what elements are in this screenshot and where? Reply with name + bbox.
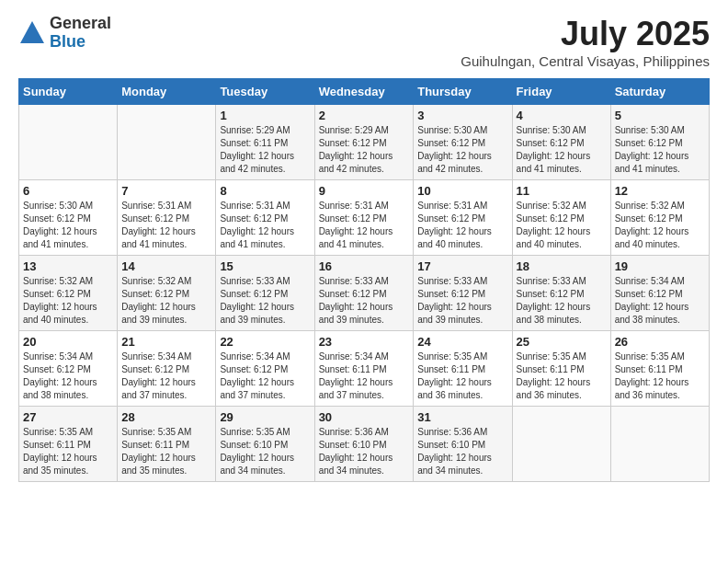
title-section: July 2025 Guihulngan, Central Visayas, P… [461, 15, 710, 69]
days-of-week-row: SundayMondayTuesdayWednesdayThursdayFrid… [19, 79, 710, 105]
calendar-cell: 8Sunrise: 5:31 AM Sunset: 6:12 PM Daylig… [216, 180, 314, 256]
day-number: 15 [220, 259, 310, 273]
calendar-cell: 16Sunrise: 5:33 AM Sunset: 6:12 PM Dayli… [314, 256, 414, 331]
day-number: 16 [319, 259, 410, 273]
day-number: 23 [319, 335, 410, 349]
calendar-cell: 3Sunrise: 5:30 AM Sunset: 6:12 PM Daylig… [414, 105, 512, 180]
day-number: 9 [319, 184, 410, 198]
day-number: 25 [517, 335, 607, 349]
calendar-cell: 19Sunrise: 5:34 AM Sunset: 6:12 PM Dayli… [610, 256, 709, 331]
calendar-cell: 22Sunrise: 5:34 AM Sunset: 6:12 PM Dayli… [216, 331, 314, 407]
day-info: Sunrise: 5:33 AM Sunset: 6:12 PM Dayligh… [319, 275, 410, 327]
calendar-cell [118, 105, 216, 180]
calendar-cell [19, 105, 118, 180]
day-info: Sunrise: 5:30 AM Sunset: 6:12 PM Dayligh… [417, 124, 507, 176]
calendar-cell: 5Sunrise: 5:30 AM Sunset: 6:12 PM Daylig… [610, 105, 709, 180]
calendar-cell [610, 407, 709, 482]
day-number: 14 [121, 259, 211, 273]
calendar-header: SundayMondayTuesdayWednesdayThursdayFrid… [19, 79, 710, 105]
calendar-cell: 2Sunrise: 5:29 AM Sunset: 6:12 PM Daylig… [314, 105, 414, 180]
calendar-cell: 4Sunrise: 5:30 AM Sunset: 6:12 PM Daylig… [512, 105, 610, 180]
day-info: Sunrise: 5:34 AM Sunset: 6:12 PM Dayligh… [220, 350, 310, 402]
calendar-week-row: 6Sunrise: 5:30 AM Sunset: 6:12 PM Daylig… [19, 180, 710, 256]
day-info: Sunrise: 5:33 AM Sunset: 6:12 PM Dayligh… [220, 275, 310, 327]
calendar-cell: 18Sunrise: 5:33 AM Sunset: 6:12 PM Dayli… [512, 256, 610, 331]
day-number: 27 [23, 410, 113, 424]
logo-blue: Blue [50, 33, 111, 52]
day-of-week-header: Tuesday [216, 79, 314, 105]
calendar-week-row: 20Sunrise: 5:34 AM Sunset: 6:12 PM Dayli… [19, 331, 710, 407]
day-info: Sunrise: 5:31 AM Sunset: 6:12 PM Dayligh… [220, 200, 310, 251]
day-info: Sunrise: 5:29 AM Sunset: 6:11 PM Dayligh… [220, 124, 310, 176]
calendar-cell: 14Sunrise: 5:32 AM Sunset: 6:12 PM Dayli… [118, 256, 216, 331]
day-info: Sunrise: 5:35 AM Sunset: 6:11 PM Dayligh… [121, 426, 211, 477]
day-info: Sunrise: 5:33 AM Sunset: 6:12 PM Dayligh… [517, 275, 607, 327]
day-info: Sunrise: 5:31 AM Sunset: 6:12 PM Dayligh… [121, 200, 211, 251]
day-of-week-header: Wednesday [314, 79, 414, 105]
day-number: 8 [220, 184, 310, 198]
calendar-cell: 12Sunrise: 5:32 AM Sunset: 6:12 PM Dayli… [610, 180, 709, 256]
calendar-cell: 29Sunrise: 5:35 AM Sunset: 6:10 PM Dayli… [216, 407, 314, 482]
day-info: Sunrise: 5:33 AM Sunset: 6:12 PM Dayligh… [417, 275, 507, 327]
calendar-cell [512, 407, 610, 482]
day-info: Sunrise: 5:35 AM Sunset: 6:11 PM Dayligh… [417, 350, 507, 402]
calendar-cell: 13Sunrise: 5:32 AM Sunset: 6:12 PM Dayli… [19, 256, 118, 331]
day-info: Sunrise: 5:35 AM Sunset: 6:11 PM Dayligh… [517, 350, 607, 402]
day-info: Sunrise: 5:35 AM Sunset: 6:11 PM Dayligh… [23, 426, 113, 477]
day-info: Sunrise: 5:30 AM Sunset: 6:12 PM Dayligh… [517, 124, 607, 176]
calendar-cell: 9Sunrise: 5:31 AM Sunset: 6:12 PM Daylig… [314, 180, 414, 256]
calendar-table: SundayMondayTuesdayWednesdayThursdayFrid… [18, 78, 710, 482]
logo: General Blue [18, 15, 111, 52]
day-of-week-header: Saturday [610, 79, 709, 105]
day-number: 5 [615, 109, 705, 122]
location-subtitle: Guihulngan, Central Visayas, Philippines [461, 53, 710, 69]
calendar-week-row: 1Sunrise: 5:29 AM Sunset: 6:11 PM Daylig… [19, 105, 710, 180]
day-info: Sunrise: 5:32 AM Sunset: 6:12 PM Dayligh… [615, 200, 705, 251]
calendar-cell: 11Sunrise: 5:32 AM Sunset: 6:12 PM Dayli… [512, 180, 610, 256]
day-number: 13 [23, 259, 113, 273]
day-info: Sunrise: 5:31 AM Sunset: 6:12 PM Dayligh… [319, 200, 410, 251]
day-info: Sunrise: 5:36 AM Sunset: 6:10 PM Dayligh… [319, 426, 410, 477]
calendar-cell: 27Sunrise: 5:35 AM Sunset: 6:11 PM Dayli… [19, 407, 118, 482]
day-number: 4 [517, 109, 607, 122]
day-number: 11 [517, 184, 607, 198]
logo-text: General Blue [50, 15, 111, 52]
day-number: 17 [417, 259, 507, 273]
calendar-cell: 6Sunrise: 5:30 AM Sunset: 6:12 PM Daylig… [19, 180, 118, 256]
day-info: Sunrise: 5:30 AM Sunset: 6:12 PM Dayligh… [615, 124, 705, 176]
calendar-cell: 23Sunrise: 5:34 AM Sunset: 6:11 PM Dayli… [314, 331, 414, 407]
day-number: 29 [220, 410, 310, 424]
calendar-week-row: 13Sunrise: 5:32 AM Sunset: 6:12 PM Dayli… [19, 256, 710, 331]
calendar-cell: 1Sunrise: 5:29 AM Sunset: 6:11 PM Daylig… [216, 105, 314, 180]
month-year-title: July 2025 [461, 15, 710, 53]
calendar-cell: 30Sunrise: 5:36 AM Sunset: 6:10 PM Dayli… [314, 407, 414, 482]
day-info: Sunrise: 5:34 AM Sunset: 6:12 PM Dayligh… [615, 275, 705, 327]
calendar-cell: 26Sunrise: 5:35 AM Sunset: 6:11 PM Dayli… [610, 331, 709, 407]
day-number: 1 [220, 109, 310, 122]
day-info: Sunrise: 5:34 AM Sunset: 6:12 PM Dayligh… [121, 350, 211, 402]
calendar-cell: 21Sunrise: 5:34 AM Sunset: 6:12 PM Dayli… [118, 331, 216, 407]
day-info: Sunrise: 5:36 AM Sunset: 6:10 PM Dayligh… [417, 426, 507, 477]
day-info: Sunrise: 5:35 AM Sunset: 6:10 PM Dayligh… [220, 426, 310, 477]
day-info: Sunrise: 5:32 AM Sunset: 6:12 PM Dayligh… [517, 200, 607, 251]
calendar-cell: 25Sunrise: 5:35 AM Sunset: 6:11 PM Dayli… [512, 331, 610, 407]
calendar-cell: 17Sunrise: 5:33 AM Sunset: 6:12 PM Dayli… [414, 256, 512, 331]
day-info: Sunrise: 5:34 AM Sunset: 6:11 PM Dayligh… [319, 350, 410, 402]
logo-icon [18, 19, 46, 47]
calendar-cell: 20Sunrise: 5:34 AM Sunset: 6:12 PM Dayli… [19, 331, 118, 407]
day-number: 7 [121, 184, 211, 198]
day-number: 24 [417, 335, 507, 349]
day-number: 31 [417, 410, 507, 424]
day-of-week-header: Sunday [19, 79, 118, 105]
day-info: Sunrise: 5:29 AM Sunset: 6:12 PM Dayligh… [319, 124, 410, 176]
calendar-cell: 24Sunrise: 5:35 AM Sunset: 6:11 PM Dayli… [414, 331, 512, 407]
day-of-week-header: Friday [512, 79, 610, 105]
day-number: 2 [319, 109, 410, 122]
day-number: 22 [220, 335, 310, 349]
day-info: Sunrise: 5:35 AM Sunset: 6:11 PM Dayligh… [615, 350, 705, 402]
calendar-week-row: 27Sunrise: 5:35 AM Sunset: 6:11 PM Dayli… [19, 407, 710, 482]
day-info: Sunrise: 5:34 AM Sunset: 6:12 PM Dayligh… [23, 350, 113, 402]
day-number: 18 [517, 259, 607, 273]
day-info: Sunrise: 5:30 AM Sunset: 6:12 PM Dayligh… [23, 200, 113, 251]
page-header: General Blue July 2025 Guihulngan, Centr… [18, 15, 710, 69]
